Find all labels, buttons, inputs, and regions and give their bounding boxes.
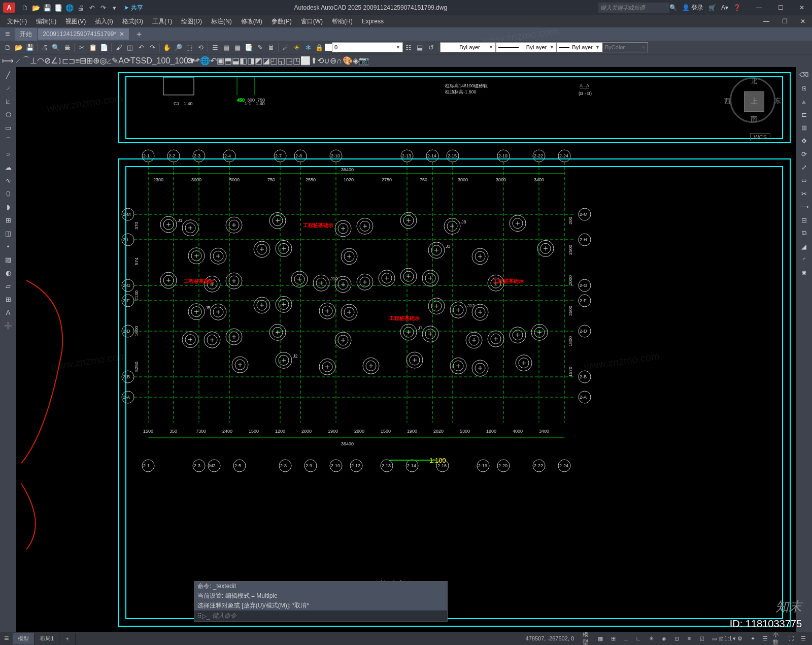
tb-plot-icon[interactable]: 🖨 — [39, 42, 50, 53]
tb-ssm-icon[interactable]: 📑 — [243, 42, 254, 53]
qat-save-icon[interactable]: 💾 — [43, 3, 52, 12]
array-tool-icon[interactable]: ⊞ — [798, 122, 810, 133]
tab-close-icon[interactable]: ✕ — [119, 30, 124, 38]
navigation-cube[interactable]: 上 北 南 东 西 — [730, 77, 775, 123]
view-bottom-icon[interactable]: ⬓ — [232, 56, 240, 66]
tb-undo-icon[interactable]: ↶ — [136, 42, 147, 53]
view-sw-icon[interactable]: ◰ — [270, 56, 278, 66]
color-combo[interactable]: ByLayer▼ — [440, 42, 496, 52]
rectangle-tool-icon[interactable]: ▭ — [2, 122, 14, 133]
dim-continue-icon[interactable]: ⊐ — [69, 56, 75, 66]
new-tab-button[interactable]: ＋ — [130, 29, 148, 40]
navcube-east[interactable]: 东 — [774, 96, 781, 106]
ucs-icon[interactable]: ⬏ — [193, 56, 200, 66]
plotstyle-combo[interactable]: ByColor▼ — [602, 42, 648, 52]
toggle-model[interactable]: 模型 — [582, 633, 593, 643]
tab-model[interactable]: 模型 — [13, 633, 35, 644]
ellipse-tool-icon[interactable]: ⬯ — [2, 188, 14, 199]
menu-help[interactable]: 帮助(H) — [328, 16, 357, 27]
menu-insert[interactable]: 插入(I) — [91, 16, 117, 27]
tb-layerprev-icon[interactable]: ↺ — [425, 42, 436, 53]
view-top-icon[interactable]: ⬒ — [224, 56, 232, 66]
qat-new-icon[interactable]: 🗋 — [20, 3, 29, 12]
linetype-combo[interactable]: ByLayer▼ — [496, 42, 557, 52]
qat-plot-icon[interactable]: 🖨 — [76, 3, 85, 12]
addselected-icon[interactable]: ➕ — [2, 320, 14, 331]
cmd-handle-icon[interactable]: ⠿ — [197, 612, 202, 620]
join-tool-icon[interactable]: ⧉ — [798, 228, 810, 239]
qat-web-icon[interactable]: 🌐 — [65, 3, 74, 12]
tb-save-icon[interactable]: 💾 — [24, 42, 36, 53]
erase-tool-icon[interactable]: ⌫ — [798, 69, 810, 80]
dim-space-icon[interactable]: ≡ — [75, 56, 80, 66]
filetabs-menu-icon[interactable]: ≡ — [0, 29, 15, 39]
anno-scale[interactable]: ⚖ 1:1 ▾ — [722, 633, 733, 643]
dim-break-icon[interactable]: ⊟ — [80, 56, 86, 66]
close-button[interactable]: ✕ — [792, 0, 812, 15]
spline-tool-icon[interactable]: ∿ — [2, 175, 14, 186]
dim-ordinate-icon[interactable]: ⊥ — [30, 56, 37, 66]
insert-tool-icon[interactable]: ⊞ — [2, 214, 14, 225]
menu-param[interactable]: 参数(P) — [267, 16, 296, 27]
view-back-icon[interactable]: ◪ — [262, 56, 270, 66]
tb-qcalc-icon[interactable]: 🖩 — [265, 42, 277, 53]
command-input[interactable]: ⠿ ▷_ 键入命令 — [194, 610, 447, 621]
dim-quick-icon[interactable]: ⫿ — [58, 56, 62, 66]
tb-layerstate-icon[interactable]: ☀ — [291, 42, 302, 53]
xline-tool-icon[interactable]: ⟋ — [2, 82, 14, 93]
tb-layermgr-icon[interactable]: ☷ — [403, 42, 414, 53]
dim-linear-icon[interactable]: ⟼ — [2, 56, 14, 66]
dim-angular-icon[interactable]: ∠ — [51, 56, 58, 66]
toggle-ws-icon[interactable]: ✦ — [747, 633, 758, 643]
menu-view[interactable]: 视图(V) — [61, 16, 90, 27]
rotate-tool-icon[interactable]: ⟳ — [798, 148, 810, 159]
tab-start[interactable]: 开始 — [15, 28, 38, 41]
units-readout[interactable]: 小数 — [772, 633, 784, 643]
qat-undo-icon[interactable]: ↶ — [87, 3, 96, 12]
apps-icon[interactable]: A▾ — [721, 4, 728, 11]
doc-restore-button[interactable]: ❐ — [775, 17, 794, 26]
tb-open-icon[interactable]: 📂 — [13, 42, 24, 53]
qat-dropdown-icon[interactable]: ▾ — [110, 3, 119, 12]
toggle-polar-icon[interactable]: ✳ — [646, 633, 657, 643]
drawing-canvas[interactable]: C1 1:40 1-1 1:40 450 300 750 柱标高146100磁砖… — [16, 67, 796, 632]
toggle-grid-icon[interactable]: ▦ — [595, 633, 606, 643]
3d-box-icon[interactable]: ⬜ — [300, 56, 311, 66]
statusbar-menu-icon[interactable]: ≡ — [0, 634, 13, 643]
toggle-infer-icon[interactable]: ⟂ — [620, 633, 631, 643]
tb-freeze-icon[interactable]: ❄ — [302, 42, 314, 53]
menu-window[interactable]: 窗口(W) — [297, 16, 327, 27]
tb-layermatch-icon[interactable]: ⬓ — [414, 42, 425, 53]
dim-radius-icon[interactable]: ◠ — [37, 56, 44, 66]
tb-cut-icon[interactable]: ✂ — [76, 42, 87, 53]
scale-tool-icon[interactable]: ⤢ — [798, 162, 810, 173]
dim-update-icon[interactable]: ⟳ — [124, 56, 130, 66]
menu-express[interactable]: Express — [358, 17, 388, 26]
ucs-world-icon[interactable]: 🌐 — [200, 56, 210, 66]
doc-close-button[interactable]: ✕ — [794, 17, 812, 26]
qat-redo-icon[interactable]: ↷ — [98, 3, 108, 12]
dim-arc-icon[interactable]: ⌒ — [22, 55, 30, 66]
visual-style-icon[interactable]: ◈ — [353, 56, 359, 66]
ucs-prev-icon[interactable]: ↶ — [210, 56, 217, 66]
view-se-icon[interactable]: ◱ — [278, 56, 285, 66]
3d-union-icon[interactable]: ∪ — [324, 56, 330, 66]
circle-tool-icon[interactable]: ○ — [2, 148, 14, 159]
dim-tol-icon[interactable]: ⊞ — [86, 56, 93, 66]
command-window[interactable]: 命令: _textedit 当前设置: 编辑模式 = Multiple 选择注释… — [194, 581, 448, 622]
tab-drawing[interactable]: 200911241259074151799*✕ — [38, 28, 130, 40]
dim-textedit-icon[interactable]: A — [118, 56, 124, 66]
view-front-icon[interactable]: ◩ — [255, 56, 262, 66]
tb-block-icon[interactable]: ◫ — [124, 42, 136, 53]
tb-lock-icon[interactable]: 🔒 — [314, 42, 325, 53]
search-input[interactable]: 键入关键字或短语 — [598, 3, 669, 13]
mtext-tool-icon[interactable]: A — [2, 307, 14, 318]
gradient-tool-icon[interactable]: ◐ — [2, 267, 14, 278]
toggle-iso-icon[interactable]: ◈ — [658, 633, 669, 643]
trim-tool-icon[interactable]: ✂ — [798, 188, 810, 199]
tb-preview-icon[interactable]: 🔍 — [50, 42, 61, 53]
region-tool-icon[interactable]: ▱ — [2, 280, 14, 292]
tb-copy-icon[interactable]: 📋 — [87, 42, 98, 53]
menu-draw[interactable]: 绘图(D) — [177, 16, 206, 27]
doc-minimize-button[interactable]: — — [757, 17, 775, 26]
